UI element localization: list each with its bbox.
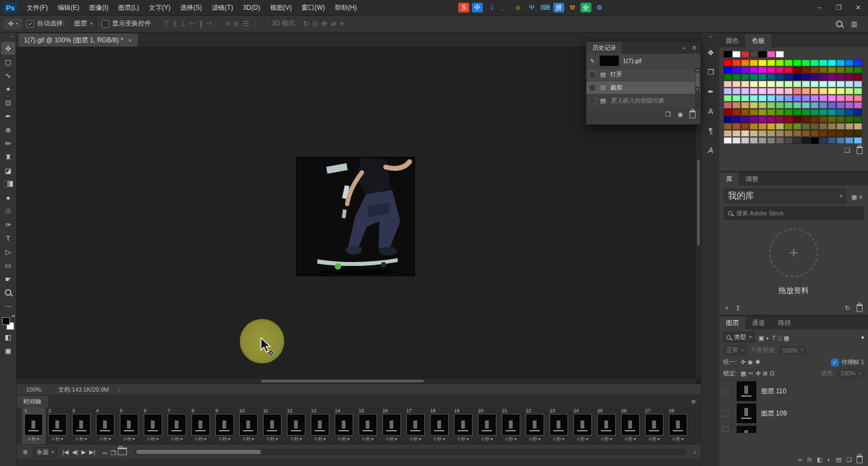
crop-tool[interactable]: ⊡ [1,96,15,109]
edit-toolbar-icon[interactable]: ⋯ [1,299,15,312]
timeline-frame[interactable]: 80 秒▾ [189,407,213,444]
foreground-background-colors[interactable]: ⇄ [1,315,15,330]
frame-delay-dropdown[interactable]: 0 秒▾ [499,436,523,442]
swatch[interactable] [732,102,741,108]
swatch[interactable] [810,74,819,80]
swatch[interactable] [776,60,784,66]
show-transform-checkbox[interactable] [101,20,109,28]
swatch[interactable] [837,130,845,137]
timeline-frame[interactable]: 150 秒▾ [356,407,380,444]
add-content-target[interactable]: + [769,228,818,277]
menu-item[interactable]: 3D(D) [238,0,265,15]
history-source-box[interactable] [589,98,596,104]
swatch[interactable] [828,130,836,137]
scrollbar-thumb[interactable] [136,450,261,454]
timeline-frame[interactable]: 40 秒▾ [93,407,117,444]
swatch[interactable] [819,95,827,101]
timeline-frame[interactable]: 200 秒▾ [475,407,499,444]
link-layers-icon[interactable]: ∞ [798,456,802,463]
distribute-bottom-icon[interactable]: ☰ [241,20,251,28]
swatch[interactable] [802,102,810,108]
layer-row[interactable]: 图层 110 [719,380,868,403]
swatch[interactable] [802,67,810,73]
tween-icon[interactable]: ∾ [101,450,109,456]
list-view-icon[interactable]: ≡ [858,194,864,200]
collapse-tools-icon[interactable]: » [0,33,16,41]
add-layer-mask-icon[interactable]: ◧ [817,456,822,463]
swatch[interactable] [724,123,732,130]
zoom-level-field[interactable]: 100% [26,386,49,393]
frame-delay-dropdown[interactable]: 0 秒▾ [427,436,451,442]
swatch[interactable] [750,130,758,137]
workspace-switcher-icon[interactable]: ▥ [851,20,857,28]
swatch[interactable] [732,137,741,144]
swatch[interactable] [784,74,793,80]
timeline-frame[interactable]: 10 秒▾ [22,407,46,444]
frame-delay-dropdown[interactable]: 0 秒▾ [189,436,213,442]
timeline-frame[interactable]: 260 秒▾ [618,407,642,444]
swatch[interactable] [845,60,853,66]
frame-delay-dropdown[interactable]: 0 秒▾ [595,436,618,442]
menu-item[interactable]: 选择(S) [175,0,207,15]
swap-colors-icon[interactable]: ⇄ [11,314,15,318]
swatch[interactable] [767,60,775,66]
swatch[interactable] [793,60,801,66]
lasso-tool[interactable]: ∿ [1,69,15,82]
swatch[interactable] [828,116,836,123]
frame-delay-dropdown[interactable]: 0 秒▾ [237,436,260,442]
swatch[interactable] [793,130,801,137]
swatch[interactable] [732,67,741,73]
filter-smart-objects-icon[interactable]: ▦ [782,335,790,341]
swatch[interactable] [854,137,862,144]
swatch[interactable] [758,102,767,108]
next-frame-button[interactable]: ▶| [87,449,97,455]
timeline-frame[interactable]: 50 秒▾ [117,407,141,444]
menu-item[interactable]: 图像(I) [84,0,113,15]
expand-panels-icon[interactable]: « [701,33,720,43]
swatch[interactable] [724,137,732,144]
swatch[interactable] [845,109,853,116]
swatch[interactable] [810,88,819,94]
swatch[interactable] [819,81,827,87]
tab-channels[interactable]: 通道 [745,316,771,329]
align-bottom-edges-icon[interactable]: ⊥ [178,20,188,28]
frame-delay-dropdown[interactable]: 0 秒▾ [571,436,595,442]
rectangle-tool[interactable]: ▭ [1,259,15,272]
history-item-crop[interactable]: ⊡裁剪 [586,81,700,94]
new-document-from-state-icon[interactable]: ❐ [665,111,671,118]
swatch[interactable] [758,123,767,130]
swatch[interactable] [776,51,784,58]
new-layer-icon[interactable]: ❏ [846,456,852,463]
swatch[interactable] [767,74,775,80]
visibility-toggle[interactable] [719,403,732,424]
swatch[interactable] [784,137,793,144]
swatch[interactable] [724,109,732,116]
swatch[interactable] [741,51,749,58]
scroll-right-icon[interactable]: › [694,449,696,455]
delete-history-icon[interactable] [690,111,695,118]
history-scrollbar[interactable]: ▲ ▼ [695,68,700,108]
3d-pan-icon[interactable]: ✜ [320,20,329,28]
swatch[interactable] [784,116,793,123]
swatch[interactable] [819,109,827,116]
lock-pixels-icon[interactable]: ✏ [747,370,754,376]
swatch[interactable] [854,88,862,94]
swatch[interactable] [845,95,853,101]
swatch[interactable] [784,67,793,73]
delete-swatch-icon[interactable] [857,146,863,154]
swatch[interactable] [767,137,775,144]
swatch[interactable] [819,88,827,94]
swatch[interactable] [724,95,732,101]
swatch[interactable] [741,88,749,94]
eyedropper-tool[interactable]: ✒ [1,110,15,123]
swatch[interactable] [741,130,749,137]
timeline-frame[interactable]: 110 秒▾ [260,407,284,444]
swatch[interactable] [845,102,853,108]
swatch[interactable] [810,137,819,144]
swatch[interactable] [741,60,749,66]
3d-zoom-icon[interactable]: ⌖ [338,20,345,28]
swatch[interactable] [732,130,741,137]
microphone-icon[interactable]: Ψ [526,3,537,12]
swatch[interactable] [732,60,741,66]
layer-row[interactable] [719,425,868,433]
